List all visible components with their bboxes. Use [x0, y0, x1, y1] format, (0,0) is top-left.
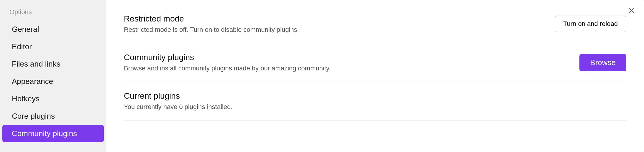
section-text-restricted-mode: Restricted modeRestricted mode is off. T…	[124, 14, 545, 34]
main-content: Restricted modeRestricted mode is off. T…	[106, 0, 644, 152]
sidebar-item-appearance[interactable]: Appearance	[2, 73, 104, 90]
community-plugins-button[interactable]: Browse	[579, 54, 626, 71]
section-desc-current-plugins: You currently have 0 plugins installed.	[124, 103, 626, 111]
sidebar-item-hotkeys[interactable]: Hotkeys	[2, 90, 104, 108]
section-title-community-plugins: Community plugins	[124, 53, 570, 62]
section-community-plugins: Community pluginsBrowse and install comm…	[124, 43, 626, 82]
close-button[interactable]: ×	[628, 5, 635, 16]
section-title-restricted-mode: Restricted mode	[124, 14, 545, 24]
sidebar-item-files-and-links[interactable]: Files and links	[2, 55, 104, 73]
section-restricted-mode: Restricted modeRestricted mode is off. T…	[124, 12, 626, 43]
sidebar-item-community-plugins[interactable]: Community plugins	[2, 125, 104, 142]
section-current-plugins: Current pluginsYou currently have 0 plug…	[124, 82, 626, 120]
modal: Options GeneralEditorFiles and linksAppe…	[0, 0, 644, 152]
sidebar-options-label: Options	[0, 8, 106, 21]
sidebar-item-editor[interactable]: Editor	[2, 38, 104, 55]
sidebar-item-core-plugins[interactable]: Core plugins	[2, 108, 104, 125]
section-text-community-plugins: Community pluginsBrowse and install comm…	[124, 53, 570, 72]
sidebar-item-general[interactable]: General	[2, 21, 104, 38]
sidebar: Options GeneralEditorFiles and linksAppe…	[0, 0, 106, 152]
restricted-mode-button[interactable]: Turn on and reload	[555, 16, 626, 32]
section-desc-restricted-mode: Restricted mode is off. Turn on to disab…	[124, 26, 545, 34]
section-title-current-plugins: Current plugins	[124, 91, 626, 101]
section-desc-community-plugins: Browse and install community plugins mad…	[124, 65, 570, 72]
section-text-current-plugins: Current pluginsYou currently have 0 plug…	[124, 91, 626, 111]
